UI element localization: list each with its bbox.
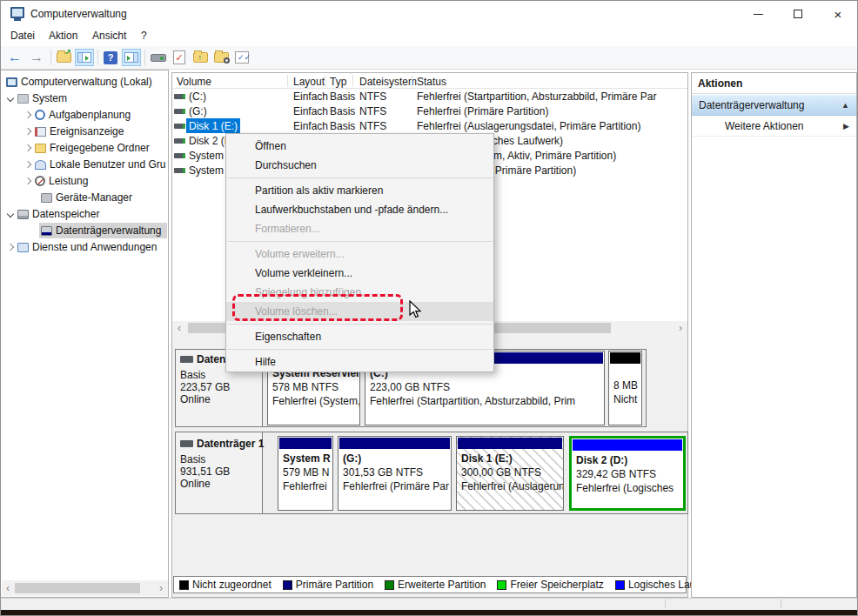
toolbar-divider [97, 50, 98, 65]
partition-d-drive-logical[interactable]: Disk 2 (D:) 329,42 GB NTFS Fehlerfrei (L… [569, 436, 686, 511]
legend-item: Primäre Partition [283, 579, 373, 591]
menu-aktion[interactable]: Aktion [49, 30, 77, 42]
menu-item-volume-erweitern[interactable]: Volume erweitern... [226, 244, 493, 264]
column-divider[interactable] [325, 75, 325, 87]
column-header-volume[interactable]: Volume [177, 76, 211, 88]
menu-datei[interactable]: Datei [10, 30, 35, 42]
up-arrow-icon: ↑ [198, 54, 203, 62]
show-console-tree-icon[interactable] [75, 49, 94, 66]
cell-volume[interactable]: (C:) [189, 89, 206, 104]
tree-item-lokale-benutzer[interactable]: Lokale Benutzer und Gru [25, 157, 167, 172]
column-divider[interactable] [352, 75, 353, 87]
scrollbar-thumb[interactable] [15, 583, 140, 593]
menu-separator [227, 349, 493, 350]
taskbar-edge [1, 610, 858, 616]
volume-row[interactable] [174, 89, 185, 104]
status-bar [1, 598, 858, 610]
tree-item-system[interactable]: System [8, 90, 167, 106]
menu-item-laufwerkbuchstaben[interactable]: Laufwerkbuchstaben und -pfade ändern... [226, 200, 493, 219]
tree-item-dienste[interactable]: Dienste und Anwendungen [8, 239, 167, 255]
menu-separator [227, 177, 493, 178]
volume-row[interactable] [174, 148, 185, 163]
cell-typ: Basis [330, 89, 355, 104]
cell-volume-selected[interactable]: Disk 1 (E:) [186, 118, 240, 133]
volume-row-selected[interactable] [174, 118, 185, 133]
folder-up-icon[interactable]: ↑ [191, 49, 210, 66]
chevron-expanded-icon[interactable] [7, 211, 14, 218]
column-header-dateisystem[interactable]: Dateisystem [359, 76, 417, 88]
tree-item-ereignisanzeige[interactable]: Ereignisanzeige [25, 124, 167, 139]
chevron-collapsed-icon[interactable] [24, 128, 31, 135]
volume-row[interactable] [174, 133, 185, 148]
help-icon[interactable]: ? [101, 49, 120, 66]
partition-status: Fehlerfrei (Startpartition, Absturzabbil… [370, 395, 604, 407]
column-divider[interactable] [287, 75, 288, 87]
close-button[interactable]: × [818, 1, 858, 27]
weitere-aktionen-item[interactable]: Weitere Aktionen ▶ [692, 117, 856, 137]
chevron-collapsed-icon[interactable] [24, 111, 31, 118]
logical-drive-swatch [615, 580, 625, 590]
chevron-collapsed-icon[interactable] [25, 161, 31, 168]
menu-item-formatieren[interactable]: Formatieren... [226, 219, 493, 238]
status-bar-divider [665, 599, 666, 608]
tree-item-computerverwaltung[interactable]: Computerverwaltung (Lokal) [6, 74, 167, 90]
forward-icon[interactable]: → [27, 49, 46, 66]
weitere-aktionen-label: Weitere Aktionen [699, 120, 843, 132]
menu-item-partition-aktiv[interactable]: Partition als aktiv markieren [226, 181, 493, 200]
tree-item-datenspeicher[interactable]: Datenspeicher [8, 206, 167, 222]
menu-item-hilfe[interactable]: Hilfe [226, 352, 493, 372]
menu-item-volume-verkleinern[interactable]: Volume verkleinern... [226, 264, 493, 283]
cell-volume[interactable]: (G:) [189, 104, 207, 118]
back-icon[interactable]: ← [5, 49, 24, 66]
column-header-layout[interactable]: Layout [293, 76, 325, 88]
export-list-icon[interactable]: ↗ [54, 49, 73, 66]
column-header-status[interactable]: Status [417, 76, 446, 88]
scroll-right-arrow[interactable]: › [675, 322, 686, 334]
minimize-button[interactable] [738, 1, 778, 27]
tree-item-freigegebene-ordner[interactable]: Freigegebene Ordner [25, 140, 167, 156]
partition-system-reserviert-disk1[interactable]: System R 579 MB N Fehlerfrei [278, 436, 333, 511]
scroll-left-arrow[interactable]: ‹ [174, 322, 184, 334]
chevron-collapsed-icon[interactable] [24, 144, 31, 151]
partition-legend: Nicht zugeordnet Primäre Partition Erwei… [173, 576, 687, 593]
collapse-arrow-icon[interactable]: ▲ [841, 101, 849, 110]
menu-item-oeffnen[interactable]: Öffnen [226, 137, 493, 156]
tree-horizontal-scrollbar[interactable]: ‹ › [2, 580, 168, 596]
menu-ansicht[interactable]: Ansicht [92, 30, 126, 42]
partition-e-drive-selected[interactable]: Disk 1 (E:) 300,00 GB NTFS Fehlerfrei (A… [456, 436, 564, 511]
scroll-left-arrow[interactable]: ‹ [3, 582, 13, 594]
chevron-collapsed-icon[interactable] [24, 177, 31, 184]
actions-group-datentraegerverwaltung[interactable]: Datenträgerverwaltung ▲ [692, 95, 856, 116]
partition-status: Fehlerfrei (System, Ak [272, 395, 359, 407]
column-divider[interactable] [412, 75, 412, 87]
legend-label: Freier Speicherplatz [510, 579, 603, 591]
chevron-expanded-icon[interactable] [7, 95, 14, 102]
menu-item-durchsuchen[interactable]: Durchsuchen [226, 156, 493, 175]
volume-row[interactable] [174, 163, 185, 177]
column-header-typ[interactable]: Typ [330, 76, 346, 88]
export-arrow-icon: ↗ [64, 49, 71, 57]
tree-item-leistung[interactable]: Leistung [25, 173, 167, 189]
menu-item-eigenschaften[interactable]: Eigenschaften [226, 327, 493, 346]
submenu-arrow-icon: ▶ [843, 122, 849, 131]
cell-typ: Basis [330, 104, 355, 118]
folder-search-icon[interactable] [211, 49, 231, 66]
chevron-collapsed-icon[interactable] [8, 244, 14, 251]
scroll-right-arrow[interactable]: › [156, 582, 166, 594]
tree-item-label: Freigegebene Ordner [50, 142, 150, 154]
maximize-button[interactable] [778, 1, 818, 27]
properties-list-icon[interactable]: ✓✓ [232, 49, 251, 66]
tree-item-geraete-manager[interactable]: Geräte-Manager [41, 190, 167, 205]
actions-group-label: Datenträgerverwaltung [699, 99, 841, 111]
tree-item-aufgabenplanung[interactable]: Aufgabenplanung [25, 107, 167, 123]
partition-g-drive[interactable]: (G:) 301,53 GB NTFS Fehlerfrei (Primäre … [338, 436, 452, 511]
partition-unallocated[interactable]: 8 MB Nicht [608, 351, 642, 425]
disk-1-label-box[interactable]: Datenträger 1 Basis 931,51 GB Online [176, 432, 263, 513]
menu-help[interactable]: ? [141, 30, 147, 42]
tree-item-datentraegerverwaltung[interactable]: Datenträgerverwaltung [39, 223, 167, 238]
rescan-disks-icon[interactable] [149, 49, 168, 66]
volume-row[interactable] [174, 104, 185, 118]
check-disk-icon[interactable]: ✓ [170, 49, 189, 66]
cell-status: Fehlerfrei (Primäre Partition) [417, 104, 548, 118]
show-action-pane-icon[interactable] [122, 49, 141, 66]
